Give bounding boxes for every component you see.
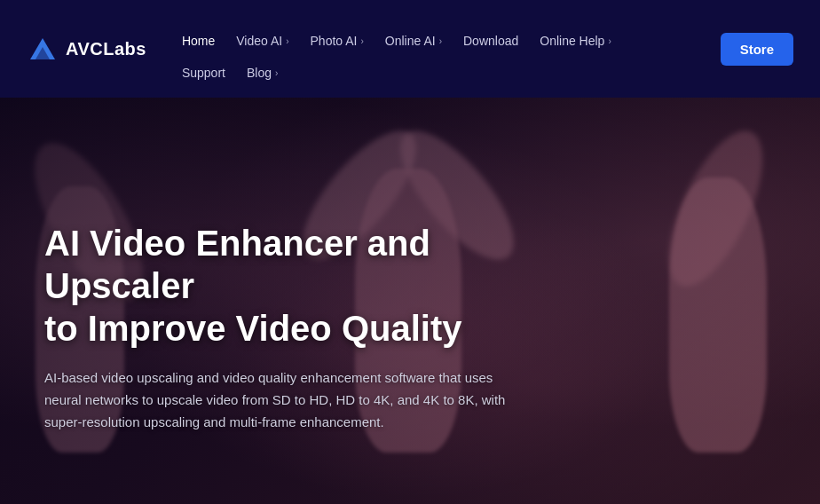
- chevron-down-icon: ›: [275, 68, 278, 78]
- logo[interactable]: AVCLabs: [27, 33, 146, 65]
- chevron-down-icon: ›: [439, 36, 442, 46]
- hero-content: AI Video Enhancer and Upscalerto Improve…: [44, 222, 577, 433]
- nav-item-support[interactable]: Support: [173, 62, 234, 83]
- nav-item-photo-ai[interactable]: Photo AI ›: [302, 30, 373, 51]
- navbar: AVCLabs Home Video AI › Photo AI › Onlin…: [0, 0, 820, 98]
- nav-item-home[interactable]: Home: [173, 30, 224, 51]
- hero-description: AI-based video upscaling and video quali…: [44, 367, 506, 433]
- chevron-down-icon: ›: [360, 36, 363, 46]
- nav-links: Home Video AI › Photo AI › Online AI › D…: [173, 14, 721, 83]
- brand-name: AVCLabs: [66, 39, 146, 59]
- chevron-down-icon: ›: [608, 36, 611, 46]
- nav-row-1: Home Video AI › Photo AI › Online AI › D…: [173, 30, 721, 51]
- hero-section: AI Video Enhancer and Upscalerto Improve…: [0, 98, 820, 504]
- store-button[interactable]: Store: [721, 33, 793, 66]
- nav-item-online-help[interactable]: Online Help ›: [531, 30, 620, 51]
- hero-title: AI Video Enhancer and Upscalerto Improve…: [44, 222, 577, 350]
- nav-row-2: Support Blog ›: [173, 62, 721, 83]
- nav-item-blog[interactable]: Blog ›: [238, 62, 287, 83]
- nav-item-video-ai[interactable]: Video AI ›: [227, 30, 297, 51]
- nav-item-online-ai[interactable]: Online AI ›: [376, 30, 451, 51]
- nav-item-download[interactable]: Download: [454, 30, 527, 51]
- avclabs-logo-icon: [27, 33, 59, 65]
- chevron-down-icon: ›: [286, 36, 288, 46]
